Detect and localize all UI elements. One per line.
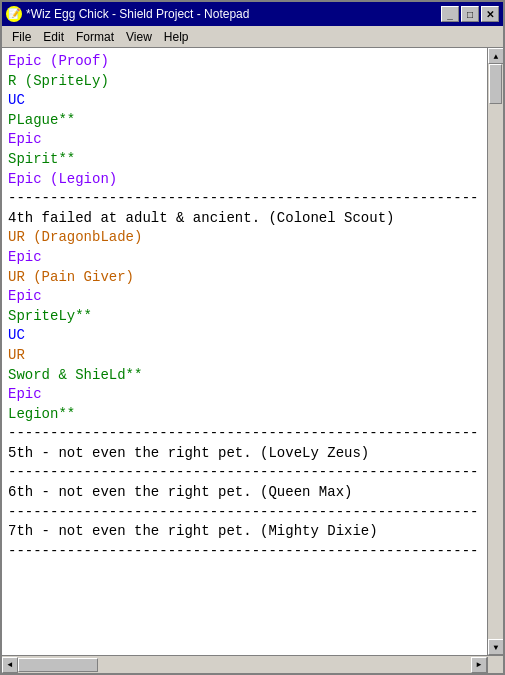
title-bar: 📝 *Wiz Egg Chick - Shield Project - Note… (2, 2, 503, 26)
text-line: ----------------------------------------… (8, 463, 481, 483)
text-line: Epic (8, 248, 481, 268)
text-line: Epic (8, 385, 481, 405)
window-title: *Wiz Egg Chick - Shield Project - Notepa… (26, 7, 249, 21)
text-line: 7th - not even the right pet. (Mighty Di… (8, 522, 481, 542)
content-area: Epic (Proof)R (SpriteLy)UCPLague**EpicSp… (2, 48, 503, 655)
scroll-right-button[interactable]: ► (471, 657, 487, 673)
text-line: Epic (8, 130, 481, 150)
bottom-bar: ◄ ► (2, 655, 503, 673)
menu-edit[interactable]: Edit (37, 28, 70, 46)
text-line: PLague** (8, 111, 481, 131)
text-line: ----------------------------------------… (8, 424, 481, 444)
scroll-track-vertical[interactable] (488, 64, 503, 639)
text-line: Epic (8, 287, 481, 307)
title-bar-left: 📝 *Wiz Egg Chick - Shield Project - Note… (6, 6, 249, 22)
text-line: 5th - not even the right pet. (LoveLy Ze… (8, 444, 481, 464)
scroll-down-button[interactable]: ▼ (488, 639, 503, 655)
text-line: Epic (Legion) (8, 170, 481, 190)
vertical-scrollbar: ▲ ▼ (487, 48, 503, 655)
text-line: UC (8, 326, 481, 346)
text-line: R (SpriteLy) (8, 72, 481, 92)
text-line: Sword & ShieLd** (8, 366, 481, 386)
text-line: UC (8, 91, 481, 111)
notepad-window: 📝 *Wiz Egg Chick - Shield Project - Note… (0, 0, 505, 675)
text-line: ----------------------------------------… (8, 542, 481, 562)
menu-view[interactable]: View (120, 28, 158, 46)
title-bar-buttons: _ □ ✕ (441, 6, 499, 22)
horizontal-scrollbar: ◄ ► (2, 657, 487, 673)
scroll-thumb-horizontal[interactable] (18, 658, 98, 672)
menu-file[interactable]: File (6, 28, 37, 46)
text-line: UR (8, 346, 481, 366)
close-button[interactable]: ✕ (481, 6, 499, 22)
scroll-up-button[interactable]: ▲ (488, 48, 503, 64)
text-line: ----------------------------------------… (8, 189, 481, 209)
text-line: Legion** (8, 405, 481, 425)
text-line: ----------------------------------------… (8, 503, 481, 523)
text-line: UR (DragonbLade) (8, 228, 481, 248)
text-line: Epic (Proof) (8, 52, 481, 72)
text-line: UR (Pain Giver) (8, 268, 481, 288)
maximize-button[interactable]: □ (461, 6, 479, 22)
minimize-button[interactable]: _ (441, 6, 459, 22)
menu-help[interactable]: Help (158, 28, 195, 46)
text-line: 4th failed at adult & ancient. (Colonel … (8, 209, 481, 229)
menu-format[interactable]: Format (70, 28, 120, 46)
text-line: Spirit** (8, 150, 481, 170)
scrollbar-corner (487, 657, 503, 673)
scroll-left-button[interactable]: ◄ (2, 657, 18, 673)
scroll-thumb-vertical[interactable] (489, 64, 502, 104)
text-line: 6th - not even the right pet. (Queen Max… (8, 483, 481, 503)
app-icon: 📝 (6, 6, 22, 22)
scroll-track-horizontal[interactable] (18, 657, 471, 673)
menu-bar: File Edit Format View Help (2, 26, 503, 48)
text-editor[interactable]: Epic (Proof)R (SpriteLy)UCPLague**EpicSp… (2, 48, 487, 655)
text-line: SpriteLy** (8, 307, 481, 327)
